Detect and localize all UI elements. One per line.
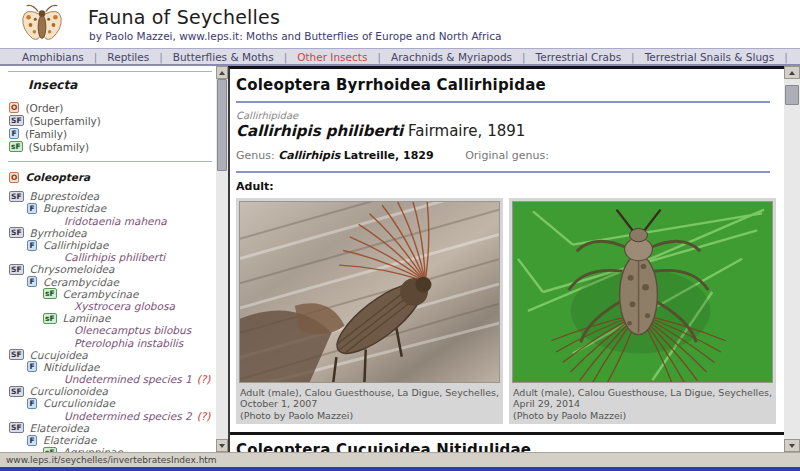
species-title: Callirhipis philiberti Fairmaire, 1891 [236,122,770,140]
sidebar-class-heading: Insecta [28,78,217,92]
tree-item-callirhipis-philiberti[interactable]: Callirhipis philiberti [0,251,217,263]
site-header: Fauna of Seychelles by Paolo Mazzei, www… [0,0,800,48]
species-name: Callirhipis philiberti [236,122,403,140]
tree-item-chrysomeloidea[interactable]: SF Chrysomeloidea [0,263,217,275]
tab-reptiles[interactable]: Reptiles [97,51,159,63]
section-divider [230,432,784,435]
sidebar-divider [8,71,212,72]
tree-item-nitidulidae[interactable]: F Nitidulidae [0,361,217,373]
photo-gallery: Adult (male), Calou Guesthouse, La Digue… [236,198,770,424]
arrow-down-icon [219,444,225,448]
question-mark[interactable]: (?) [197,410,211,422]
status-url: www.leps.it/seychelles/invertebratesInde… [6,455,217,465]
legend-label: (Family) [25,128,67,140]
species-author: Fairmaire, 1891 [408,122,525,140]
scroll-up-button[interactable] [216,66,228,79]
tree-item-elateroidea[interactable]: SF Elateroidea [0,422,217,434]
arrow-up-icon [789,71,795,75]
family-badge: F [27,276,37,287]
tree-item-lamiinae[interactable]: sF Lamiinae [0,312,217,324]
legend-label: (Order) [25,102,63,114]
superfamily-badge: SF [9,349,24,360]
genus-line: Genus: Callirhipis Latreille, 1829 Origi… [236,149,770,162]
scroll-down-button[interactable] [216,439,228,452]
family-badge: F [27,361,37,372]
content-scrollbar[interactable] [784,66,800,452]
legend-subfamily: sF (Subfamily) [0,140,217,153]
nav-separator: | [784,51,788,63]
beetle-on-leaf-photo[interactable] [512,201,773,383]
tree-item-buprestidae[interactable]: F Buprestidae [0,202,217,214]
tab-other-insects[interactable]: Other Insects [287,51,377,63]
scroll-up-button[interactable] [784,66,800,79]
tab-butterflies-moths[interactable]: Butterflies & Moths [163,51,284,63]
tree-item-cucujoidea[interactable]: SF Cucujoidea [0,349,217,361]
superfamily-badge: SF [9,191,24,202]
photo-caption: Adult (male), Calou Guesthouse, La Digue… [509,386,776,421]
tree-item-curculionidae[interactable]: F Curculionidae [0,397,217,409]
browser-window: Fauna of Seychelles by Paolo Mazzei, www… [0,0,800,471]
taxonomy-tree: O Coleoptera SF Buprestoidea F Buprestid… [0,171,217,452]
tree-item-pterolophia-instabilis[interactable]: Pterolophia instabilis [0,336,217,348]
superfamily-badge: SF [9,264,24,275]
tree-item-olenecamptus-bilobus[interactable]: Olenecamptus bilobus [0,324,217,336]
tree-item-iridotaenia-mahena[interactable]: Iridotaenia mahena [0,215,217,227]
legend-order: O (Order) [0,101,217,114]
legend-label: (Superfamily) [30,115,101,127]
family-badge: F [27,240,37,251]
tab-terrestrial-crabs[interactable]: Terrestrial Crabs [526,51,632,63]
beetle-on-bark-photo[interactable] [239,201,500,383]
tree-item-xystrocera-globosa[interactable]: Xystrocera globosa [0,300,217,312]
order-badge: O [9,102,19,113]
arrow-up-icon [219,71,225,75]
tree-item-undetermined-species-2[interactable]: Undetermined species 2 (?) [0,410,217,422]
family-label: Callirhipidae [236,110,770,121]
family-badge: F [9,128,19,139]
window-bottom-border [0,467,800,471]
superfamily-badge: SF [9,227,24,238]
superfamily-badge: SF [9,422,24,433]
section2-heading: Coleoptera Cucujoidea Nitidulidae [236,441,770,452]
genus-label: Genus: [236,149,275,162]
tree-item-cerambycinae[interactable]: sF Cerambycinae [0,288,217,300]
sidebar-scrollbar[interactable] [216,66,228,452]
tab-amphibians[interactable]: Amphibians [12,51,94,63]
subfamily-badge: sF [9,141,23,152]
tree-item-elateridae[interactable]: F Elateridae [0,434,217,446]
arrow-down-icon [789,444,795,448]
tree-item-undetermined-species-1[interactable]: Undetermined species 1 (?) [0,373,217,385]
section1-heading: Coleoptera Byrrhoidea Callirhipidae [236,76,770,94]
tree-item-curculionoidea[interactable]: SF Curculionoidea [0,385,217,397]
subfamily-badge: sF [43,288,57,299]
photo-card: Adult (male), Calou Guesthouse, La Digue… [236,198,503,424]
legend-family: F (Family) [0,127,217,140]
scrollbar-thumb[interactable] [785,85,799,105]
taxonomy-sidebar: Insecta O (Order) SF (Superfamily) F (Fa… [0,66,217,452]
photo-card: Adult (male), Calou Guesthouse, La Digue… [509,198,776,424]
original-genus-label: Original genus: [465,149,549,162]
tree-item-buprestoidea[interactable]: SF Buprestoidea [0,190,217,202]
tree-item-cerambycidae[interactable]: F Cerambycidae [0,276,217,288]
genus-author: Latreille, 1829 [344,149,434,162]
tree-item-coleoptera[interactable]: O Coleoptera [0,171,217,183]
scrollbar-thumb[interactable] [217,79,227,171]
blue-divider [236,171,770,173]
photo-caption: Adult (male), Calou Guesthouse, La Digue… [236,386,503,421]
site-subtitle: by Paolo Mazzei, www.leps.it: Moths and … [89,30,501,42]
site-title: Fauna of Seychelles [88,6,280,28]
tree-item-callirhipidae[interactable]: F Callirhipidae [0,239,217,251]
scroll-down-button[interactable] [784,439,800,452]
legend-superfamily: SF (Superfamily) [0,114,217,127]
tree-item-byrrhoidea[interactable]: SF Byrrhoidea [0,227,217,239]
tab-arachnids-myriapods[interactable]: Arachnids & Myriapods [381,51,522,63]
order-badge: O [9,172,19,183]
species-content-panel: Coleoptera Byrrhoidea Callirhipidae Call… [228,66,784,452]
moth-logo-icon [10,1,74,47]
subfamily-badge: sF [43,313,57,324]
stage-label: Adult: [236,180,770,193]
legend-label: (Subfamily) [29,141,90,153]
tab-terrestrial-snails-slugs[interactable]: Terrestrial Snails & Slugs [635,51,785,63]
genus-name: Callirhipis [278,149,340,162]
question-mark[interactable]: (?) [197,373,211,385]
superfamily-badge: SF [9,386,24,397]
